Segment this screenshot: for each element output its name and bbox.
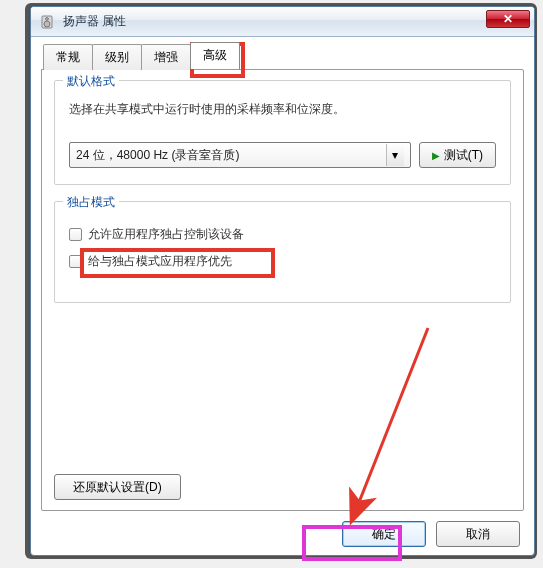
ok-button-label: 确定 [372, 526, 396, 543]
chevron-down-icon: ▾ [386, 144, 404, 166]
tab-general[interactable]: 常规 [43, 44, 93, 70]
checkbox-allow-exclusive[interactable]: 允许应用程序独占控制该设备 [69, 226, 496, 243]
window-title: 扬声器 属性 [63, 13, 126, 30]
client-area: 常规 级别 增强 高级 默认格式 选择在共享模式中运行时使用的采样频率和位深度。… [31, 37, 534, 555]
tab-label: 级别 [105, 50, 129, 64]
speaker-icon [41, 14, 57, 30]
checkbox-exclusive-priority[interactable]: 给与独占模式应用程序优先 [69, 253, 496, 270]
dialog-window: 扬声器 属性 ✕ 常规 级别 增强 高级 默认格式 选择在共享模式中运行时使用的… [30, 6, 535, 556]
spacer [54, 319, 511, 466]
tab-enhance[interactable]: 增强 [141, 44, 191, 70]
checkbox-icon [69, 228, 82, 241]
play-icon: ▶ [432, 150, 440, 161]
restore-defaults-button[interactable]: 还原默认设置(D) [54, 474, 181, 500]
test-button-label: 测试(T) [444, 147, 483, 164]
tab-label: 增强 [154, 50, 178, 64]
cancel-button-label: 取消 [466, 526, 490, 543]
tab-label: 高级 [203, 48, 227, 62]
tabstrip: 常规 级别 增强 高级 [41, 43, 524, 69]
format-description: 选择在共享模式中运行时使用的采样频率和位深度。 [69, 101, 496, 118]
format-select-value: 24 位，48000 Hz (录音室音质) [76, 147, 386, 164]
svg-point-2 [46, 17, 49, 20]
close-icon: ✕ [503, 12, 513, 26]
dialog-footer: 确定 取消 [41, 511, 524, 547]
checkbox-icon [69, 255, 82, 268]
checkbox-label: 允许应用程序独占控制该设备 [88, 226, 244, 243]
titlebar: 扬声器 属性 ✕ [31, 7, 534, 37]
group-exclusive-mode: 独占模式 允许应用程序独占控制该设备 给与独占模式应用程序优先 [54, 201, 511, 303]
restore-button-label: 还原默认设置(D) [73, 479, 162, 496]
restore-row: 还原默认设置(D) [54, 466, 511, 500]
test-button[interactable]: ▶ 测试(T) [419, 142, 496, 168]
tab-advanced[interactable]: 高级 [190, 42, 240, 69]
close-button[interactable]: ✕ [486, 10, 530, 28]
tab-levels[interactable]: 级别 [92, 44, 142, 70]
format-select[interactable]: 24 位，48000 Hz (录音室音质) ▾ [69, 142, 411, 168]
tabpage-advanced: 默认格式 选择在共享模式中运行时使用的采样频率和位深度。 24 位，48000 … [41, 69, 524, 511]
tab-label: 常规 [56, 50, 80, 64]
group-title: 默认格式 [63, 73, 119, 90]
ok-button[interactable]: 确定 [342, 521, 426, 547]
svg-point-1 [44, 21, 50, 27]
format-row: 24 位，48000 Hz (录音室音质) ▾ ▶ 测试(T) [69, 142, 496, 168]
checkbox-label: 给与独占模式应用程序优先 [88, 253, 232, 270]
cancel-button[interactable]: 取消 [436, 521, 520, 547]
group-title: 独占模式 [63, 194, 119, 211]
group-default-format: 默认格式 选择在共享模式中运行时使用的采样频率和位深度。 24 位，48000 … [54, 80, 511, 185]
